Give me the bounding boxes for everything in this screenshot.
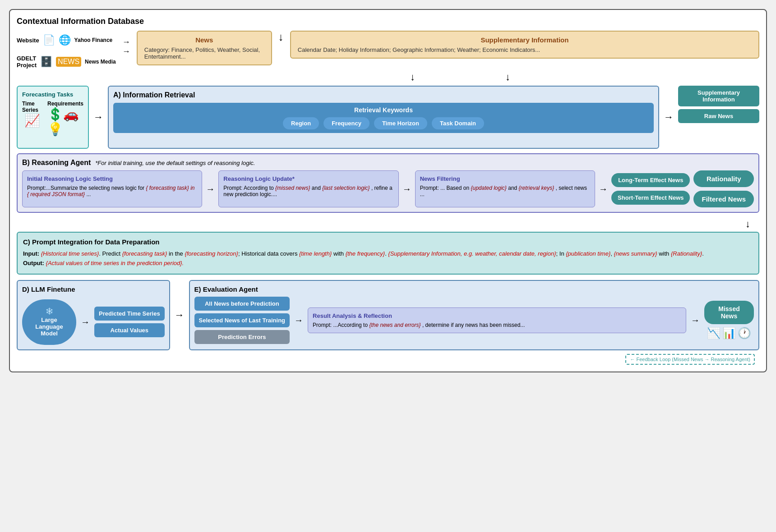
section-b: B) Reasoning Agent *For initial training… <box>17 153 759 213</box>
initial-reasoning-box: Initial Reasoning Logic Setting Prompt:.… <box>22 170 202 207</box>
req-label: Requirements <box>47 101 83 107</box>
d-outputs-col: Predicted Time Series Actual Values <box>94 307 165 337</box>
chart-icon: 📉 <box>707 327 721 339</box>
reasoning-update-box: Reasoning Logic Update* Prompt: Accordin… <box>218 170 398 207</box>
selected-news-btn: Selected News of Last Training <box>194 313 290 327</box>
news-box-content: Category: Finance, Politics, Weather, So… <box>144 46 264 60</box>
input-text: {Historical time series}. Predict {forec… <box>41 250 704 257</box>
news-media-label: News Media <box>85 59 116 65</box>
ts-chart-icon: 📈 <box>24 113 40 128</box>
long-term-btn: Long-Term Effect News <box>611 173 690 187</box>
feedback-indicator: ← Feedback Loop (Missed News → Reasoning… <box>17 354 759 365</box>
actual-values-btn: Actual Values <box>94 323 165 337</box>
missed-news-icons: 📉 📊 🕐 <box>707 327 751 339</box>
missed-news-section: Missed News 📉 📊 🕐 <box>704 301 754 339</box>
ft-content: Time Series 📈 Requirements 💲🚗💡 <box>22 101 83 137</box>
llm-label: Large Language Model <box>28 316 71 337</box>
news-filtering-text: Prompt: ... Based on {updated logic} and… <box>420 185 590 197</box>
clock-icon: 🕐 <box>738 327 751 339</box>
effect-news-col: Long-Term Effect News Short-Term Effect … <box>611 173 690 205</box>
gdelt-icon: 🗄️ <box>40 56 52 68</box>
news-filtering-title: News Filtering <box>420 175 590 182</box>
arrows-col: → → <box>120 31 132 63</box>
db-title: Contextual Information Database <box>17 17 759 26</box>
db-arrows-down: ↓ ↓ <box>17 71 759 83</box>
source-website: Website 📄 🌐 Yahoo Finance <box>17 34 116 46</box>
req-icons: 💲🚗💡 <box>47 107 83 137</box>
main-container: Contextual Information Database Website … <box>9 9 767 372</box>
keywords-row: Region Frequency Time Horizon Task Domai… <box>119 117 648 129</box>
arrow-1: → <box>122 37 130 47</box>
website-label: Website <box>17 37 39 44</box>
short-term-btn: Short-Term Effect News <box>611 191 690 205</box>
b-arrow-3: → <box>599 170 608 207</box>
all-news-btn: All News before Prediction <box>194 297 290 311</box>
arrow-supp-down: ↓ <box>505 71 510 83</box>
feedback-box: ← Feedback Loop (Missed News → Reasoning… <box>625 354 755 365</box>
bc-arrow-down: ↓ <box>745 218 750 230</box>
retrieval-keywords-box: Retrieval Keywords Region Frequency Time… <box>113 103 654 133</box>
ft-arrow: → <box>93 86 103 149</box>
task-domain-btn[interactable]: Task Domain <box>432 117 484 129</box>
result-analysis-title: Result Analysis & Reflection <box>313 312 681 319</box>
rationality-btn: Rationality <box>693 170 754 187</box>
arrow-down-1: ↓ <box>277 31 286 43</box>
retrieval-arrow: → <box>664 86 674 149</box>
section-b-header: B) Reasoning Agent *For initial training… <box>22 159 754 167</box>
reasoning-update-title: Reasoning Logic Update* <box>223 175 393 182</box>
initial-reasoning-text: Prompt:...Summarize the selecting news l… <box>27 185 197 197</box>
de-arrow: → <box>175 280 185 350</box>
reasoning-update-text: Prompt: According to {missed news} and {… <box>223 185 393 197</box>
section-b-title: B) Reasoning Agent <box>22 159 91 167</box>
section-d-title: D) LLM Finetune <box>22 285 75 293</box>
b-outputs: Long-Term Effect News Short-Term Effect … <box>611 170 754 207</box>
b-arrow-2: → <box>402 170 411 207</box>
arrow-2: → <box>122 47 130 56</box>
e-news-col: All News before Prediction Selected News… <box>194 297 290 344</box>
arrow-news-down: ↓ <box>410 71 415 83</box>
section-e-box: E) Evaluation Agent All News before Pred… <box>189 280 759 350</box>
time-horizon-btn[interactable]: Time Horizon <box>374 117 427 129</box>
section-b-note: *For initial training, use the default s… <box>95 160 255 166</box>
b-arrow-1: → <box>206 170 215 207</box>
predicted-ts-btn: Predicted Time Series <box>94 307 165 321</box>
section-c: C) Prompt Integration for Data Preparati… <box>17 232 759 275</box>
supp-box-content: Calendar Date; Holiday Information; Geog… <box>298 46 752 53</box>
req-col: Requirements 💲🚗💡 <box>47 101 83 137</box>
retrieval-keys-highlight: {retrieval keys} <box>519 185 554 191</box>
region-btn[interactable]: Region <box>283 117 319 129</box>
forecasting-tasks-box: Forecasting Tasks Time Series 📈 Requirem… <box>17 86 89 149</box>
updated-logic-highlight: {updated logic} <box>471 185 506 191</box>
frequency-btn[interactable]: Frequency <box>323 117 370 129</box>
section-c-title: C) Prompt Integration for Data Preparati… <box>23 238 753 246</box>
ts-col: Time Series 📈 <box>22 101 43 128</box>
ts-label: Time Series <box>22 101 43 113</box>
website-doc-icon: 📄 <box>43 34 55 46</box>
gdelt-label: GDELTProject <box>17 55 37 69</box>
section-a-wrapper: Forecasting Tasks Time Series 📈 Requirem… <box>17 86 759 149</box>
news-filtering-box: News Filtering Prompt: ... Based on {upd… <box>415 170 595 207</box>
news-icon: NEWS <box>56 57 81 67</box>
result-arrow: → <box>691 315 700 326</box>
news-box-title: News <box>144 36 264 44</box>
input-label: Input: <box>23 250 39 257</box>
output-text: {Actual values of time series in the pre… <box>46 260 184 266</box>
db-section: Contextual Information Database Website … <box>17 17 759 69</box>
d-inner: ❄️ Large Language Model → Predicted Time… <box>22 299 165 345</box>
forecasting-tasks-title: Forecasting Tasks <box>22 91 83 98</box>
bc-arrows: ↓ <box>17 218 759 230</box>
globe-icon: 🌐 <box>59 34 71 46</box>
pred-errors-btn: Prediction Errors <box>194 330 290 344</box>
last-selection-highlight: {last selection logic} <box>322 185 370 191</box>
bar-chart-icon: 📊 <box>722 327 736 339</box>
result-analysis-text: Prompt: ...According to {the news and er… <box>313 322 681 328</box>
missed-news-highlight: {missed news} <box>275 185 310 191</box>
supp-info-output: Supplementary Information <box>678 86 759 106</box>
section-e-title: E) Evaluation Agent <box>194 285 754 293</box>
raw-news-output: Raw News <box>678 109 759 123</box>
rationality-col: Rationality Filtered News <box>693 170 754 207</box>
sources-col: Website 📄 🌐 Yahoo Finance GDELTProject 🗄… <box>17 34 116 69</box>
news-errors-highlight: {the news and errors} <box>369 322 420 328</box>
llm-icon: ❄️ <box>46 307 53 315</box>
news-box: News Category: Finance, Politics, Weathe… <box>137 31 272 65</box>
